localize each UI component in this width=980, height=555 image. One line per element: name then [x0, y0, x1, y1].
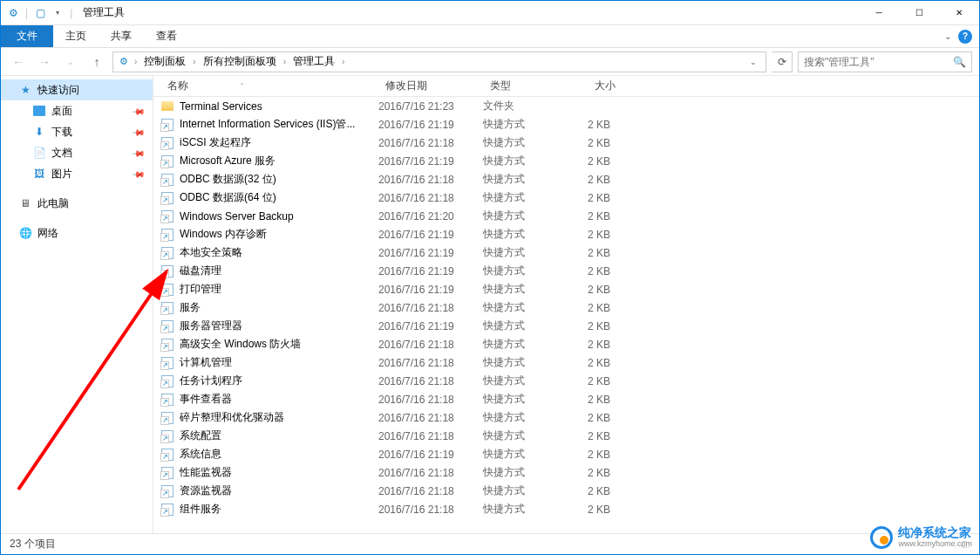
file-row[interactable]: 本地安全策略2016/7/16 21:19快捷方式2 KB [153, 243, 979, 262]
crumb-all-items[interactable]: 所有控制面板项 [200, 54, 280, 69]
crumb-sep-icon[interactable]: › [340, 57, 346, 66]
file-row[interactable]: Internet Information Services (IIS)管...2… [153, 115, 979, 134]
refresh-button[interactable]: ⟳ [772, 51, 793, 72]
file-row[interactable]: ODBC 数据源(32 位)2016/7/16 21:18快捷方式2 KB [153, 170, 979, 188]
cell-type: 快捷方式 [483, 428, 588, 443]
crumb-sep-icon[interactable]: › [133, 57, 139, 66]
sidebar-item-downloads[interactable]: ⬇ 下载 📌 [1, 121, 153, 142]
column-name[interactable]: 名称 ˆ [160, 79, 378, 93]
shortcut-icon [160, 503, 174, 517]
shortcut-icon [160, 484, 174, 498]
maximize-button[interactable]: ☐ [899, 1, 939, 25]
ribbon-expand-icon[interactable]: ⌄ [944, 31, 951, 41]
back-button[interactable]: ← [8, 51, 29, 72]
cell-type: 快捷方式 [483, 319, 588, 333]
forward-button[interactable]: → [34, 51, 55, 72]
sidebar-item-documents[interactable]: 📄 文档 📌 [1, 142, 153, 163]
cell-type: 快捷方式 [483, 135, 588, 150]
sidebar-item-desktop[interactable]: 桌面 📌 [1, 100, 153, 121]
file-name: ODBC 数据源(64 位) [180, 190, 276, 205]
cell-date: 2016/7/16 21:19 [378, 320, 483, 332]
cell-size: 2 KB [588, 155, 657, 168]
crumb-sep-icon[interactable]: › [282, 57, 288, 66]
properties-icon[interactable]: ▢ [33, 6, 47, 20]
file-row[interactable]: 系统信息2016/7/16 21:19快捷方式2 KB [153, 445, 979, 463]
cell-size: 2 KB [588, 247, 657, 259]
search-icon[interactable]: 🔍 [953, 56, 966, 68]
tab-view[interactable]: 查看 [144, 25, 189, 47]
search-box[interactable]: 🔍 [798, 51, 972, 72]
recent-dropdown[interactable]: ⌄ [60, 51, 81, 72]
status-bar: 23 个项目 C: [1, 533, 979, 554]
cell-name: Terminal Services [160, 99, 378, 113]
watermark: 纯净系统之家 www.kzmyhome.com [870, 526, 972, 549]
qat-dropdown-icon[interactable]: ▾ [51, 6, 65, 20]
file-row[interactable]: iSCSI 发起程序2016/7/16 21:18快捷方式2 KB [153, 134, 979, 152]
column-type[interactable]: 类型 [483, 79, 588, 93]
file-row[interactable]: 系统配置2016/7/16 21:18快捷方式2 KB [153, 427, 979, 445]
shortcut-icon [160, 136, 174, 150]
file-row[interactable]: ODBC 数据源(64 位)2016/7/16 21:18快捷方式2 KB [153, 188, 979, 207]
file-row[interactable]: 服务器管理器2016/7/16 21:19快捷方式2 KB [153, 317, 979, 335]
cell-size: 2 KB [588, 339, 657, 351]
cell-type: 快捷方式 [483, 172, 588, 187]
cell-size: 2 KB [588, 265, 657, 278]
file-name: 任务计划程序 [180, 373, 242, 388]
help-icon[interactable]: ? [958, 30, 972, 44]
shortcut-icon [160, 319, 174, 333]
file-row[interactable]: Windows 内存诊断2016/7/16 21:19快捷方式2 KB [153, 225, 979, 243]
crumb-admin-tools[interactable]: 管理工具 [289, 54, 338, 69]
cell-date: 2016/7/16 21:19 [378, 247, 483, 259]
file-row[interactable]: Microsoft Azure 服务2016/7/16 21:19快捷方式2 K… [153, 152, 979, 170]
file-name: Microsoft Azure 服务 [180, 154, 276, 168]
column-size[interactable]: 大小 [588, 79, 657, 93]
column-name-label: 名称 [167, 79, 188, 93]
file-row[interactable]: 事件查看器2016/7/16 21:18快捷方式2 KB [153, 390, 979, 408]
file-row[interactable]: 性能监视器2016/7/16 21:18快捷方式2 KB [153, 463, 979, 482]
shortcut-icon [160, 301, 174, 315]
sidebar-network[interactable]: 🌐 网络 [1, 223, 153, 243]
tab-home[interactable]: 主页 [53, 25, 99, 47]
cell-name: 资源监视器 [160, 483, 378, 498]
file-row[interactable]: 组件服务2016/7/16 21:18快捷方式2 KB [153, 500, 979, 518]
file-row[interactable]: 服务2016/7/16 21:18快捷方式2 KB [153, 298, 979, 317]
sidebar-quick-access[interactable]: ★ 快速访问 [1, 79, 153, 100]
file-row[interactable]: Windows Server Backup2016/7/16 21:20快捷方式… [153, 207, 979, 225]
cell-type: 文件夹 [483, 99, 588, 113]
breadcrumb[interactable]: ⚙ › 控制面板 › 所有控制面板项 › 管理工具 › ⌄ [112, 51, 766, 72]
file-row[interactable]: 磁盘清理2016/7/16 21:19快捷方式2 KB [153, 262, 979, 280]
file-row[interactable]: 资源监视器2016/7/16 21:18快捷方式2 KB [153, 482, 979, 500]
control-panel-icon[interactable]: ⚙ [6, 6, 20, 20]
file-row[interactable]: 任务计划程序2016/7/16 21:18快捷方式2 KB [153, 372, 979, 390]
minimize-button[interactable]: ─ [859, 1, 899, 25]
close-button[interactable]: ✕ [939, 1, 979, 25]
file-rows[interactable]: Terminal Services2016/7/16 21:23文件夹Inter… [153, 97, 979, 533]
sidebar-item-pictures[interactable]: 🖼 图片 📌 [1, 163, 153, 184]
address-bar-row: ← → ⌄ ↑ ⚙ › 控制面板 › 所有控制面板项 › 管理工具 › ⌄ ⟳ … [1, 48, 979, 76]
shortcut-icon [160, 191, 174, 205]
separator: | [70, 7, 72, 19]
crumb-sep-icon[interactable]: › [191, 57, 197, 66]
crumb-control-panel[interactable]: 控制面板 [140, 54, 189, 69]
file-row[interactable]: 打印管理2016/7/16 21:19快捷方式2 KB [153, 280, 979, 298]
file-name: 计算机管理 [180, 355, 232, 370]
file-name: 系统信息 [180, 447, 221, 462]
location-icon[interactable]: ⚙ [117, 55, 131, 69]
up-button[interactable]: ↑ [86, 51, 107, 72]
file-row[interactable]: 计算机管理2016/7/16 21:18快捷方式2 KB [153, 353, 979, 372]
tab-share[interactable]: 共享 [99, 25, 144, 47]
cell-size: 2 KB [588, 394, 657, 406]
sidebar-this-pc[interactable]: 🖥 此电脑 [1, 193, 153, 214]
file-row[interactable]: Terminal Services2016/7/16 21:23文件夹 [153, 97, 979, 115]
cell-date: 2016/7/16 21:19 [378, 119, 483, 131]
file-row[interactable]: 碎片整理和优化驱动器2016/7/16 21:18快捷方式2 KB [153, 408, 979, 427]
file-row[interactable]: 高级安全 Windows 防火墙2016/7/16 21:18快捷方式2 KB [153, 335, 979, 353]
file-tab[interactable]: 文件 [1, 25, 53, 47]
column-date[interactable]: 修改日期 [378, 79, 483, 93]
file-name: iSCSI 发起程序 [180, 135, 251, 150]
address-dropdown-icon[interactable]: ⌄ [745, 58, 762, 66]
cell-size: 2 KB [588, 467, 657, 479]
search-input[interactable] [804, 56, 953, 68]
cell-name: Windows Server Backup [160, 209, 378, 223]
cell-date: 2016/7/16 21:18 [378, 504, 483, 516]
